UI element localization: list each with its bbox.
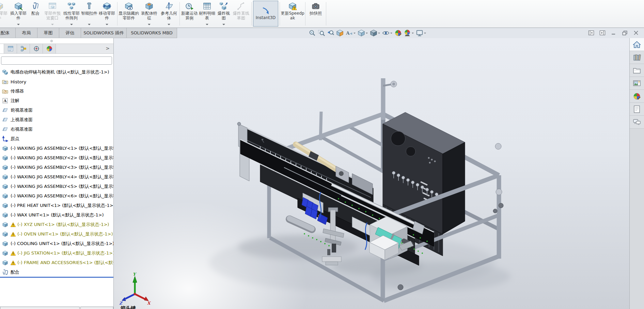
feature-tree-item[interactable]: (-) WAXING JIG ASSEMBLY<2> (默认<默认_显示状态-1… [0,153,114,163]
feature-tree-item[interactable]: 上视基准面 [0,115,114,125]
ribbon-button-explode-line-sketch[interactable]: 爆炸直线草图 [232,0,251,28]
taskpane-solidworks-forum-button[interactable] [630,116,644,129]
zoom-to-fit-button[interactable] [308,29,317,37]
ribbon-button-update-speedpak[interactable]: 更新Speedpak [281,0,304,28]
collapse-left-pane-button[interactable] [586,29,596,37]
panel-tab-configurationmanager[interactable] [17,44,30,53]
feature-tree-item[interactable]: (-) FRAME AND ACCESSORIES<1> (默认<默认_显示状态… [0,258,114,267]
tab-evaluate[interactable]: 评估 [59,28,81,38]
feature-tree-item[interactable]: 配合 [0,267,114,277]
dropdown-arrow-icon[interactable] [354,33,356,35]
machine-assembly-model[interactable] [114,38,629,309]
feature-tree-item[interactable]: 传感器 [0,86,114,96]
collapse-right-pane-button[interactable] [597,29,608,37]
feature-tree-item[interactable]: (-) OVEN UNIT<1> (默认<默认_显示状态-1>) [0,229,114,239]
zoom-to-area-button[interactable] [317,29,326,37]
dropdown-arrow-icon[interactable] [148,24,151,27]
panel-splitter-handle[interactable] [50,40,53,42]
ribbon-button-insert-components[interactable]: 插入零部件 [9,0,28,28]
ribbon-button-take-snapshot[interactable]: 拍快照 [306,0,325,28]
taskpane-design-library-button[interactable] [630,51,644,64]
dropdown-arrow-icon[interactable] [424,33,426,35]
tab-sketch[interactable]: 草图 [37,28,59,38]
display-style-button[interactable] [369,29,378,37]
panel-tab-propertymanager[interactable] [4,44,17,53]
annotation-views-button[interactable]: A [344,29,354,37]
graphics-viewport[interactable]: Y X Z 箭头键 [114,38,629,309]
feature-tree-item[interactable]: (-) JIG STATION<1> (默认<默认_显示状态-1>) [0,248,114,258]
ribbon-button-new-motion-study[interactable]: 新建运动算例 [180,0,198,28]
panel-tab-displaymanager[interactable] [43,44,56,53]
dropdown-arrow-icon[interactable] [17,24,20,27]
apply-scene-button[interactable] [403,29,412,37]
ribbon-button-bill-of-materials[interactable]: 材料明细表 [198,0,216,28]
panel-flyout-arrow[interactable]: > [104,44,111,52]
feature-tree-item[interactable]: (-) WAXING JIG ASSEMBLY<3> (默认<默认_显示状态-1… [0,163,114,172]
feature-tree-item[interactable]: 右视基准面 [0,125,114,134]
hide-show-items-button[interactable] [381,29,390,37]
feature-tree-item[interactable]: (-) XYZ UNIT<1> (默认<默认_显示状态-1>) [0,220,114,229]
taskpane-custom-properties-button[interactable] [630,103,644,116]
ribbon-button-linear-component-pattern[interactable]: 线性零部件阵列 [62,0,81,28]
section-view-button[interactable] [335,29,344,37]
dropdown-arrow-icon[interactable] [378,33,380,35]
dropdown-arrow-icon[interactable] [88,24,91,27]
feature-tree-item[interactable]: (-) WAXING JIG ASSEMBLY<1> (默认<默认_显示状态-1… [0,144,114,153]
ribbon-button-exploded-view[interactable]: 爆炸视图 [216,0,232,28]
ribbon-button-edit-component[interactable]: 编辑零部件 [0,0,9,28]
previous-view-button[interactable] [326,29,335,37]
feature-tree-item-label: (-) WAXING JIG ASSEMBLY<1> (默认<默认_显示状态-1… [11,145,114,151]
taskpane-home-button[interactable] [630,38,644,51]
feature-tree-item[interactable]: (-) WAXING JIG ASSEMBLY<5> (默认<默认_显示状态-1… [0,182,114,191]
ribbon-button-instant3d[interactable]: Instant3D [253,1,278,27]
taskpane-file-explorer-button[interactable] [630,64,644,77]
view-orientation-button[interactable] [357,29,366,37]
forum-icon [633,118,641,126]
ribbon-button-component-preview-window[interactable]: 零部件预览窗口 [43,0,62,28]
tab-solidworks-mbd[interactable]: SOLIDWORKS MBD [127,28,177,38]
restore-button[interactable] [620,29,630,37]
feature-tree-item[interactable]: 电感自动焊锡与检测机 (默认<默认_显示状态-1>) [0,67,114,77]
component-icon [2,155,8,161]
feature-tree-item[interactable]: History [0,77,114,86]
feature-tree-item[interactable]: A注解 [0,96,114,105]
edit-appearance-button[interactable] [393,29,403,37]
feature-tree-item[interactable]: (-) COOLING UNIT<1> (默认<默认_显示状态-1>) [0,239,114,248]
tab-assembly[interactable]: 装配体 [0,28,16,38]
ribbon-button-assembly-features[interactable]: 装配体特征 [139,0,159,28]
close-button[interactable] [631,29,641,37]
feature-tree-item[interactable]: 前视基准面 [0,105,114,115]
dropdown-arrow-icon[interactable] [222,24,225,27]
minimize-button[interactable] [609,29,619,37]
reference-triad[interactable]: Y X Z [119,272,151,306]
ribbon-button-smart-fasteners[interactable]: 智能扣件 [81,0,97,28]
dropdown-arrow-icon[interactable] [51,24,54,27]
feature-tree-item[interactable]: (-) WAX UNIT<1> (默认<默认_显示状态-1>) [0,210,114,220]
panel-tab-dimxpertmanager[interactable] [30,44,43,53]
rollback-bar[interactable] [0,277,113,278]
ribbon-button-reference-geometry[interactable]: 参考几何体 [159,0,179,28]
taskpane-view-palette-button[interactable] [630,77,644,90]
dropdown-arrow-icon[interactable] [206,24,208,27]
tab-layout[interactable]: 布局 [16,28,37,38]
tab-solidworks-addins[interactable]: SOLIDWORKS 插件 [81,28,127,38]
ribbon-button-move-component[interactable]: 移动零部件 [97,0,116,28]
ribbon-button-mate[interactable]: 配合 [28,0,43,28]
dropdown-arrow-icon[interactable] [70,24,73,27]
taskpane-appearances-scenes-button[interactable] [630,90,644,103]
ribbon-button-show-hidden-components[interactable]: 显示隐藏的零部件 [118,0,139,28]
panel-tab-featuremanager[interactable] [0,44,4,53]
feature-tree-item[interactable]: (-) WAXING JIG ASSEMBLY<6> (默认<默认_显示状态-1… [0,191,114,201]
dropdown-arrow-icon[interactable] [168,24,170,27]
dropdown-arrow-icon[interactable] [412,33,414,35]
dropdown-arrow-icon[interactable] [390,33,392,35]
heads-up-view-toolbar: A [308,29,427,37]
feature-tree-filter-input[interactable] [1,57,112,64]
dispstyle-icon [370,29,377,37]
dropdown-arrow-icon[interactable] [106,24,108,27]
feature-tree-item[interactable]: (-) PRE HEAT UNIT<1> (默认<默认_显示状态-1>) [0,201,114,210]
dropdown-arrow-icon[interactable] [366,33,368,35]
feature-tree-item[interactable]: (-) WAXING JIG ASSEMBLY<4> (默认<默认_显示状态-1… [0,172,114,182]
feature-tree-item[interactable]: 原点 [0,134,114,144]
view-settings-button[interactable] [415,29,424,37]
